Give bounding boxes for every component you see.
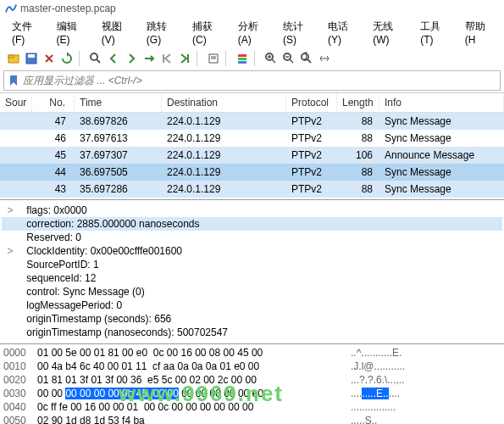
close-icon[interactable] bbox=[41, 50, 58, 67]
packet-row[interactable]: 4335.697286224.0.1.129PTPv288Sync Messag… bbox=[0, 181, 504, 198]
detail-line[interactable]: logMessagePeriod: 0 bbox=[2, 298, 502, 312]
menubar: 文件(F)编辑(E)视图(V)跳转(G)捕获(C)分析(A)统计(S)电话(Y)… bbox=[0, 17, 504, 48]
detail-line[interactable]: sequenceId: 12 bbox=[2, 271, 502, 285]
menu-item[interactable]: 跳转(G) bbox=[140, 17, 184, 48]
menu-item[interactable]: 文件(F) bbox=[5, 17, 48, 48]
reload-icon[interactable] bbox=[58, 50, 75, 67]
packet-row[interactable]: 4637.697613224.0.1.129PTPv288Sync Messag… bbox=[0, 130, 504, 147]
save-icon[interactable] bbox=[23, 50, 40, 67]
col-time[interactable]: Time bbox=[75, 93, 162, 112]
jump-icon[interactable] bbox=[141, 50, 158, 67]
resize-cols-icon[interactable] bbox=[316, 50, 333, 67]
svg-rect-8 bbox=[238, 61, 246, 64]
menu-item[interactable]: 分析(A) bbox=[231, 17, 274, 48]
menu-item[interactable]: 工具(T) bbox=[413, 17, 457, 48]
col-length[interactable]: Length bbox=[337, 93, 379, 112]
hex-dump[interactable]: www.9969.net 000001 00 5e 00 01 81 00 e0… bbox=[0, 344, 504, 424]
detail-line[interactable]: originTimestamp (nanoseconds): 500702547 bbox=[2, 326, 502, 339]
detail-line[interactable]: Reserved: 0 bbox=[2, 231, 502, 244]
zoom-reset-icon[interactable]: 1 bbox=[298, 50, 315, 67]
filter-input[interactable] bbox=[23, 73, 496, 88]
filter-bar bbox=[3, 70, 501, 91]
packet-row[interactable]: 4537.697307224.0.1.129PTPv2106Announce M… bbox=[0, 147, 504, 164]
bookmark-icon[interactable] bbox=[8, 75, 19, 86]
find-icon[interactable] bbox=[87, 50, 104, 67]
menu-item[interactable]: 统计(S) bbox=[276, 17, 319, 48]
col-protocol[interactable]: Protocol bbox=[286, 93, 337, 112]
detail-line[interactable]: SourcePortID: 1 bbox=[2, 258, 502, 271]
detail-line[interactable]: correction: 2885.000000 nanoseconds bbox=[2, 217, 502, 231]
svg-point-4 bbox=[91, 53, 97, 60]
col-source[interactable]: Sour bbox=[0, 93, 32, 112]
packet-row[interactable]: 4436.697505224.0.1.129PTPv288Sync Messag… bbox=[0, 164, 504, 181]
col-no[interactable]: No. bbox=[32, 93, 75, 112]
menu-item[interactable]: 帮助(H bbox=[458, 17, 499, 48]
col-destination[interactable]: Destination bbox=[162, 93, 286, 112]
wireshark-logo bbox=[5, 3, 17, 14]
packet-list-header: Sour No. Time Destination Protocol Lengt… bbox=[0, 93, 504, 113]
packet-details[interactable]: > flags: 0x0000 correction: 2885.000000 … bbox=[0, 200, 504, 344]
first-icon[interactable] bbox=[158, 50, 175, 67]
menu-item[interactable]: 捕获(C) bbox=[186, 17, 230, 48]
svg-rect-3 bbox=[28, 54, 35, 58]
colorize-icon[interactable] bbox=[234, 50, 251, 67]
autoscroll-icon[interactable] bbox=[205, 50, 222, 67]
svg-rect-7 bbox=[238, 58, 246, 60]
hex-row[interactable]: 000001 00 5e 00 01 81 00 e0 0c 00 16 00 … bbox=[3, 346, 501, 360]
col-info[interactable]: Info bbox=[379, 93, 504, 112]
forward-icon[interactable] bbox=[123, 50, 140, 67]
detail-line[interactable]: control: Sync Message (0) bbox=[2, 285, 502, 298]
detail-line[interactable]: > flags: 0x0000 bbox=[2, 204, 502, 217]
svg-rect-6 bbox=[238, 54, 246, 57]
toolbar: 1 bbox=[0, 48, 504, 69]
hex-row[interactable]: 005002 90 1d d8 1d 53 f4 ba .....S.. bbox=[3, 414, 501, 424]
packet-list: Sour No. Time Destination Protocol Lengt… bbox=[0, 92, 504, 200]
svg-text:1: 1 bbox=[303, 52, 309, 62]
window-title: master-onestep.pcap bbox=[20, 3, 116, 14]
hex-row[interactable]: 002001 81 01 3f 01 3f 00 36 e5 5c 00 02 … bbox=[3, 373, 501, 387]
packet-row[interactable]: 4235.697082224.0.1.129PTPv2106Announce M… bbox=[0, 198, 504, 199]
zoom-out-icon[interactable] bbox=[280, 50, 297, 67]
menu-item[interactable]: 无线(W) bbox=[366, 17, 412, 48]
last-icon[interactable] bbox=[176, 50, 193, 67]
menu-item[interactable]: 编辑(E) bbox=[50, 17, 93, 48]
detail-line[interactable]: originTimestamp (seconds): 656 bbox=[2, 312, 502, 326]
zoom-in-icon[interactable] bbox=[263, 50, 280, 67]
hex-row[interactable]: 001000 4a b4 6c 40 00 01 11 cf aa 0a 0a … bbox=[3, 360, 501, 373]
detail-line[interactable]: > ClockIdentity: 0x00e00cfffe001600 bbox=[2, 244, 502, 258]
packet-row[interactable]: 4738.697826224.0.1.129PTPv288Sync Messag… bbox=[0, 113, 504, 130]
menu-item[interactable]: 电话(Y) bbox=[321, 17, 364, 48]
open-icon[interactable] bbox=[5, 50, 22, 67]
back-icon[interactable] bbox=[105, 50, 122, 67]
svg-rect-1 bbox=[8, 55, 14, 58]
hex-row[interactable]: 003000 00 00 00 00 00 0b 45 00 00 00 00 … bbox=[3, 387, 501, 400]
menu-item[interactable]: 视图(V) bbox=[95, 17, 138, 48]
hex-row[interactable]: 00400c ff fe 00 16 00 00 01 00 0c 00 00 … bbox=[3, 400, 501, 414]
